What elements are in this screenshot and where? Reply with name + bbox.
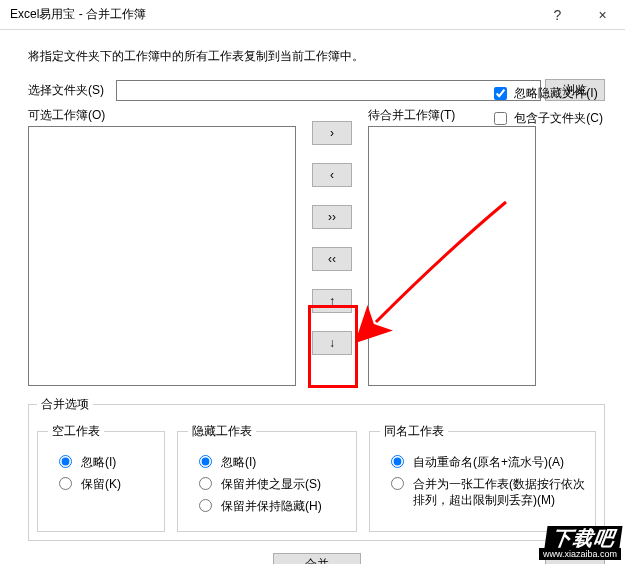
samename-auto-input[interactable] [391, 455, 404, 468]
ignore-hidden-label: 忽略隐藏文件(I) [514, 85, 597, 102]
hidden-sheet-fieldset: 隐藏工作表 忽略(I) 保留并使之显示(S) 保留并保持隐藏(H) [177, 423, 357, 532]
chevron-left-icon: ‹ [330, 168, 334, 182]
empty-keep-input[interactable] [59, 477, 72, 490]
lists-area: 可选工作簿(O) › ‹ ›› ‹‹ ↑ ↓ 待合并 [28, 107, 605, 386]
secondary-button[interactable] [545, 553, 605, 564]
merge-options-fieldset: 合并选项 空工作表 忽略(I) 保留(K) 隐藏工作表 [28, 396, 605, 541]
hidden-keep-show-radio[interactable]: 保留并使之显示(S) [194, 476, 346, 492]
merge-button-label: 合并 [305, 556, 329, 564]
available-listbox[interactable] [28, 126, 296, 386]
hidden-ignore-label: 忽略(I) [221, 454, 256, 470]
middle-buttons: › ‹ ›› ‹‹ ↑ ↓ [296, 107, 368, 386]
hidden-keep-hidden-label: 保留并保持隐藏(H) [221, 498, 322, 514]
empty-sheet-fieldset: 空工作表 忽略(I) 保留(K) [37, 423, 165, 532]
merge-button[interactable]: 合并 [273, 553, 361, 564]
move-up-button[interactable]: ↑ [312, 289, 352, 313]
left-list-label: 可选工作簿(O) [28, 107, 296, 124]
folder-label: 选择文件夹(S) [28, 82, 116, 99]
right-list-column: 待合并工作簿(T) [368, 107, 536, 386]
target-listbox[interactable] [368, 126, 536, 386]
right-checkboxes: 忽略隐藏文件(I) 包含子文件夹(C) [490, 84, 603, 128]
help-button[interactable]: ? [535, 0, 580, 29]
arrow-down-icon: ↓ [329, 336, 335, 350]
left-list-column: 可选工作簿(O) [28, 107, 296, 386]
close-button[interactable]: × [580, 0, 625, 29]
window-title: Excel易用宝 - 合并工作簿 [10, 6, 535, 23]
dialog-content: 将指定文件夹下的工作簿中的所有工作表复制到当前工作簿中。 选择文件夹(S) 浏览… [0, 30, 625, 564]
remove-all-button[interactable]: ‹‹ [312, 247, 352, 271]
hidden-keep-show-label: 保留并使之显示(S) [221, 476, 321, 492]
ignore-hidden-checkbox[interactable]: 忽略隐藏文件(I) [490, 84, 603, 103]
hidden-ignore-radio[interactable]: 忽略(I) [194, 454, 346, 470]
empty-ignore-label: 忽略(I) [81, 454, 116, 470]
merge-options-legend: 合并选项 [37, 396, 93, 413]
hidden-keep-show-input[interactable] [199, 477, 212, 490]
add-button[interactable]: › [312, 121, 352, 145]
hidden-ignore-input[interactable] [199, 455, 212, 468]
hidden-keep-hidden-input[interactable] [199, 499, 212, 512]
window-controls: ? × [535, 0, 625, 29]
folder-input[interactable] [116, 80, 541, 101]
include-sub-checkbox[interactable]: 包含子文件夹(C) [490, 109, 603, 128]
empty-sheet-legend: 空工作表 [48, 423, 104, 440]
hidden-sheet-legend: 隐藏工作表 [188, 423, 256, 440]
arrow-up-icon: ↑ [329, 294, 335, 308]
samename-auto-radio[interactable]: 自动重命名(原名+流水号)(A) [386, 454, 585, 470]
double-chevron-left-icon: ‹‹ [328, 252, 336, 266]
empty-keep-label: 保留(K) [81, 476, 121, 492]
move-down-button[interactable]: ↓ [312, 331, 352, 355]
empty-ignore-input[interactable] [59, 455, 72, 468]
samename-mergeone-input[interactable] [391, 477, 404, 490]
chevron-right-icon: › [330, 126, 334, 140]
empty-ignore-radio[interactable]: 忽略(I) [54, 454, 154, 470]
samename-mergeone-radio[interactable]: 合并为一张工作表(数据按行依次排列，超出限制则丢弃)(M) [386, 476, 585, 508]
merge-options-area: 合并选项 空工作表 忽略(I) 保留(K) 隐藏工作表 [28, 396, 605, 541]
ignore-hidden-input[interactable] [494, 87, 507, 100]
double-chevron-right-icon: ›› [328, 210, 336, 224]
samename-mergeone-label: 合并为一张工作表(数据按行依次排列，超出限制则丢弃)(M) [413, 476, 585, 508]
samename-sheet-fieldset: 同名工作表 自动重命名(原名+流水号)(A) 合并为一张工作表(数据按行依次排列… [369, 423, 596, 532]
add-all-button[interactable]: ›› [312, 205, 352, 229]
include-sub-label: 包含子文件夹(C) [514, 110, 603, 127]
description-text: 将指定文件夹下的工作簿中的所有工作表复制到当前工作簿中。 [28, 48, 605, 65]
samename-sheet-legend: 同名工作表 [380, 423, 448, 440]
remove-button[interactable]: ‹ [312, 163, 352, 187]
bottom-buttons: 合并 [28, 553, 605, 564]
titlebar: Excel易用宝 - 合并工作簿 ? × [0, 0, 625, 30]
hidden-keep-hidden-radio[interactable]: 保留并保持隐藏(H) [194, 498, 346, 514]
empty-keep-radio[interactable]: 保留(K) [54, 476, 154, 492]
samename-auto-label: 自动重命名(原名+流水号)(A) [413, 454, 564, 470]
include-sub-input[interactable] [494, 112, 507, 125]
options-row: 空工作表 忽略(I) 保留(K) 隐藏工作表 忽略(I) [37, 423, 596, 532]
